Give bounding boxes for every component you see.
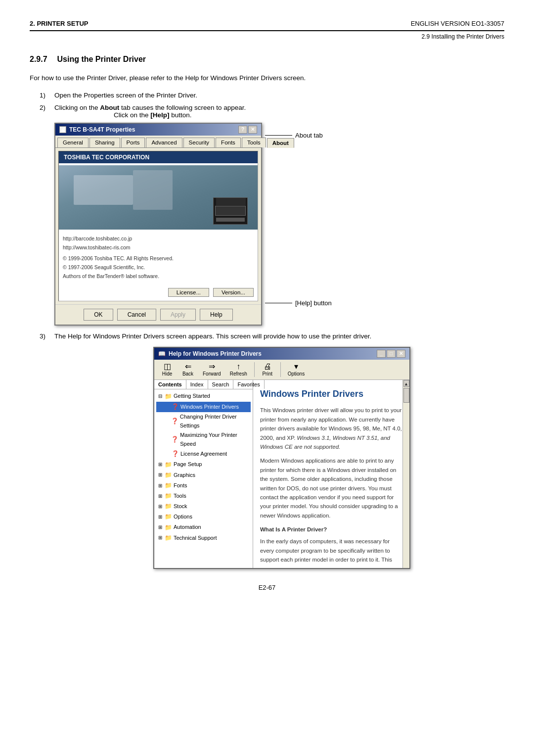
help-tab-search[interactable]: Search (208, 380, 234, 389)
print-label: Print (262, 371, 272, 377)
tree-au-label: Automation (174, 523, 201, 532)
step2-num: 2) (40, 104, 54, 119)
tree-ms-label: Maximizing Your Printer Speed (180, 431, 250, 448)
tree-changing-settings[interactable]: ❓ Changing Printer Driver Settings (156, 412, 251, 430)
expand-lic (164, 450, 170, 458)
hide-icon: ◫ (164, 363, 171, 371)
back-button[interactable]: ⇐ Back (178, 362, 198, 378)
section-number: 2.9.7 (30, 55, 47, 63)
folder-gr-icon: 📁 (165, 471, 172, 480)
print-icon: 🖨 (264, 363, 271, 371)
dialog-bottom-buttons: OK Cancel Apply Help (55, 304, 261, 325)
tree-tools[interactable]: ⊞ 📁 Tools (156, 491, 251, 501)
refresh-label: Refresh (230, 371, 247, 377)
help-body: Contents Index Search Favorites ⊟ 📁 Gett… (154, 380, 409, 568)
tree-maximizing-speed[interactable]: ❓ Maximizing Your Printer Speed (156, 430, 251, 449)
expand-gr[interactable]: ⊞ (157, 471, 163, 479)
tree-windows-printer-drivers[interactable]: ❓ Windows Printer Drivers (156, 402, 251, 412)
tree-automation[interactable]: ⊞ 📁 Automation (156, 522, 251, 533)
forward-button[interactable]: ⇒ Forward (199, 362, 225, 378)
scroll-up-btn[interactable]: ▲ (403, 380, 409, 387)
folder-au-icon: 📁 (165, 523, 172, 532)
tree-getting-started[interactable]: ⊟ 📁 Getting Started (156, 391, 251, 402)
titlebar-controls[interactable]: ? ✕ (238, 126, 257, 134)
doc-ms-icon: ❓ (171, 435, 178, 444)
options-label: Options (288, 371, 305, 377)
expand-cs (164, 418, 170, 425)
tree-st-label: Stock (174, 502, 187, 511)
help-maximize-btn[interactable]: □ (387, 350, 396, 358)
help-toolbar: ◫ Hide ⇐ Back ⇒ Forward ↑ Refresh 🖨 Prin… (154, 360, 409, 380)
dialog-url1: http://barcode.toshibatec.co.jp (63, 236, 254, 241)
tree-getting-started-label: Getting Started (174, 392, 210, 401)
folder-ts-icon: 📁 (165, 533, 172, 543)
page-number: E2-67 (30, 584, 504, 591)
expand-to[interactable]: ⊞ (157, 492, 163, 500)
help-tab-index[interactable]: Index (186, 380, 208, 389)
help-tree: ⊟ 📁 Getting Started ❓ Windows Printer Dr… (154, 389, 253, 545)
print-button[interactable]: 🖨 Print (258, 362, 277, 378)
tab-about[interactable]: About (267, 138, 294, 148)
section-title: Using the Printer Driver (57, 55, 146, 63)
hide-label: Hide (162, 371, 173, 377)
doc-lic-icon: ❓ (172, 449, 179, 459)
forward-label: Forward (203, 371, 221, 377)
ok-button[interactable]: OK (84, 309, 113, 321)
header-right-top: ENGLISH VERSION EO1-33057 (411, 20, 504, 27)
folder-fo-icon: 📁 (165, 481, 172, 490)
apply-button[interactable]: Apply (160, 309, 196, 321)
hide-button[interactable]: ◫ Hide (157, 362, 177, 378)
scrollbar[interactable]: ▲ (402, 380, 409, 568)
help-minimize-btn[interactable]: _ (377, 350, 386, 358)
expand-ps[interactable]: ⊞ (157, 461, 163, 469)
cancel-button[interactable]: Cancel (117, 309, 156, 321)
tree-ps-label: Page Setup (174, 460, 202, 469)
tab-advanced[interactable]: Advanced (146, 138, 182, 147)
header-left: 2. PRINTER SETUP (30, 20, 88, 27)
tab-general[interactable]: General (57, 138, 89, 147)
properties-dialog: 🖨 TEC B-SA4T Properties ? ✕ General Shar… (54, 123, 262, 326)
help-close-btn[interactable]: ✕ (397, 350, 405, 358)
step1-text: Open the Properties screen of the Printe… (54, 92, 197, 99)
expand-au[interactable]: ⊞ (157, 523, 163, 531)
tree-gr-label: Graphics (174, 471, 195, 480)
folder-to-icon: 📁 (165, 491, 172, 501)
expand-fo[interactable]: ⊞ (157, 482, 163, 490)
options-button[interactable]: ▾ Options (284, 362, 309, 378)
tree-license[interactable]: ❓ License Agreement (156, 449, 251, 459)
tab-sharing[interactable]: Sharing (89, 138, 120, 147)
tab-tools[interactable]: Tools (242, 138, 266, 147)
folder-op-icon: 📁 (165, 512, 172, 521)
expand-op[interactable]: ⊞ (157, 513, 163, 521)
tree-graphics[interactable]: ⊞ 📁 Graphics (156, 470, 251, 480)
expand-ts[interactable]: ⊞ (157, 534, 163, 542)
toolbar-separator1 (254, 362, 255, 377)
tab-security[interactable]: Security (183, 138, 215, 147)
help-button[interactable]: Help (200, 309, 233, 321)
tree-technical-support[interactable]: ⊞ 📁 Technical Support (156, 533, 251, 543)
license-button[interactable]: License... (168, 288, 209, 297)
dialog-close-btn[interactable]: ✕ (248, 126, 257, 134)
folder-ps-icon: 📁 (165, 460, 172, 470)
expand-st[interactable]: ⊞ (157, 503, 163, 511)
help-para1: This Windows printer driver will allow y… (260, 406, 402, 451)
dialog-title-text: TEC B-SA4T Properties (69, 126, 135, 133)
dialog-tabs: General Sharing Ports Advanced Security … (55, 136, 261, 148)
tree-fonts[interactable]: ⊞ 📁 Fonts (156, 480, 251, 491)
step3-text: The Help for Windows Printer Drivers scr… (54, 332, 371, 340)
doc-wpd-icon: ❓ (172, 402, 179, 412)
refresh-button[interactable]: ↑ Refresh (226, 362, 251, 378)
help-para2: Modern Windows applications are able to … (260, 456, 402, 520)
help-tab-contents[interactable]: Contents (154, 380, 186, 389)
tree-page-setup[interactable]: ⊞ 📁 Page Setup (156, 460, 251, 470)
tree-options[interactable]: ⊞ 📁 Options (156, 512, 251, 522)
tree-stock[interactable]: ⊞ 📁 Stock (156, 501, 251, 512)
expand-getting-started[interactable]: ⊟ (157, 392, 163, 400)
tab-ports[interactable]: Ports (121, 138, 145, 147)
expand-wpd (164, 403, 170, 411)
step2-about-bold: About (100, 104, 119, 111)
scroll-thumb[interactable] (403, 388, 409, 403)
tab-fonts[interactable]: Fonts (216, 138, 241, 147)
dialog-help-btn[interactable]: ? (238, 126, 247, 134)
version-button[interactable]: Version... (213, 288, 254, 297)
